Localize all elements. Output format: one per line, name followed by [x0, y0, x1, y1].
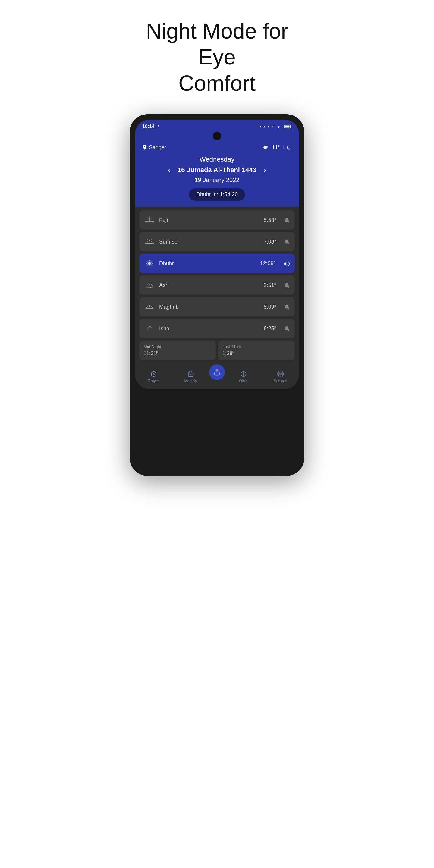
dhuhr-icon: [144, 258, 155, 269]
day-name: Wednesday: [142, 156, 292, 163]
camera-notch: [213, 132, 221, 140]
next-prayer-container: Dhuhr in: 1:54:20: [142, 188, 292, 201]
nav-qibla[interactable]: Qibla: [225, 370, 262, 383]
share-icon: [214, 369, 220, 375]
prayer-time-fajr: 5:53a: [264, 217, 276, 223]
prayer-list: Fajr 5:53a: [135, 207, 299, 366]
maghrib-icon: [144, 301, 155, 312]
prayer-time-asr: 2:51p: [264, 282, 276, 288]
extra-times-row: Mid Night 11:31p Last Third 1:38a: [139, 341, 295, 360]
svg-rect-45: [188, 372, 193, 377]
night-mode-icon: [286, 145, 292, 150]
svg-rect-49: [190, 374, 191, 375]
fajr-icon: [144, 215, 155, 225]
last-third-card: Last Third 1:38a: [218, 341, 295, 360]
prayer-row-maghrib[interactable]: Maghrib 5:09p: [139, 297, 295, 316]
svg-line-30: [147, 265, 148, 266]
prayer-row-dhuhr[interactable]: Dhuhr 12:09p: [139, 254, 295, 273]
svg-line-29: [151, 261, 152, 262]
location-display: Sanger: [142, 144, 166, 151]
prayer-nav-icon: [150, 370, 157, 378]
prayer-name-maghrib: Maghrib: [159, 304, 259, 310]
signal-dots-icon: ● ● ● ●: [260, 125, 274, 128]
qibla-nav-label: Qibla: [239, 379, 247, 383]
svg-line-11: [147, 218, 148, 218]
svg-point-42: [150, 327, 151, 327]
prayer-name-asr: Asr: [159, 282, 259, 288]
svg-line-12: [152, 218, 152, 218]
weather-display: 11° |: [263, 144, 292, 151]
prayer-row-isha[interactable]: Isha 6:25p: [139, 319, 295, 338]
svg-point-0: [278, 127, 279, 128]
settings-nav-label: Settings: [274, 379, 287, 383]
prayer-row-sunrise[interactable]: Sunrise 7:08a: [139, 232, 295, 251]
last-third-time: 1:38a: [222, 350, 290, 356]
nav-monthly[interactable]: Monthly: [172, 370, 209, 383]
status-time: 10:14: [142, 124, 161, 129]
bell-icon-fajr: [284, 217, 290, 224]
weather-icon: [263, 145, 270, 150]
svg-line-27: [147, 261, 148, 262]
last-third-label: Last Third: [222, 344, 290, 349]
bell-icon-isha: [284, 325, 290, 332]
bell-icon-asr: [284, 282, 290, 289]
share-fab-button[interactable]: [209, 364, 225, 380]
phone-shell: 10:14 ● ● ● ●: [130, 114, 304, 476]
temperature: 11°: [272, 144, 280, 151]
prayer-time-dhuhr: 12:09p: [260, 260, 276, 267]
svg-point-33: [149, 284, 153, 287]
svg-point-54: [243, 373, 244, 375]
gregorian-date: 19 January 2022: [142, 177, 292, 184]
svg-rect-3: [290, 126, 291, 127]
nav-settings[interactable]: Settings: [262, 370, 299, 383]
bottom-nav: Prayer Monthly: [135, 366, 299, 389]
page-title: Night Mode for Eye Comfort: [127, 18, 307, 96]
phone-screen: 10:14 ● ● ● ●: [135, 120, 299, 389]
prayer-time-maghrib: 5:09p: [264, 304, 276, 310]
svg-point-22: [148, 262, 151, 265]
prayer-name-dhuhr: Dhuhr: [159, 260, 256, 267]
status-icons: ● ● ● ●: [260, 124, 292, 129]
svg-line-28: [151, 265, 152, 266]
bell-icon-maghrib: [284, 304, 290, 310]
svg-rect-2: [285, 126, 290, 128]
prayer-nav-label: Prayer: [148, 379, 159, 383]
battery-icon: [284, 124, 292, 129]
sunrise-icon: [144, 236, 155, 247]
mid-night-time: 11:31p: [144, 350, 212, 356]
prayer-time-isha: 6:25p: [264, 325, 276, 332]
prayer-name-isha: Isha: [159, 326, 259, 332]
bell-icon-dhuhr: [283, 260, 290, 267]
status-bar: 10:14 ● ● ● ●: [135, 120, 299, 132]
svg-point-15: [149, 240, 150, 241]
isha-icon: [144, 323, 155, 334]
qibla-nav-icon: [240, 370, 247, 378]
nav-icon: [156, 124, 161, 129]
svg-marker-31: [284, 262, 286, 266]
svg-line-17: [147, 239, 148, 240]
prayer-time-sunrise: 7:08a: [264, 239, 276, 245]
svg-point-36: [149, 305, 150, 307]
svg-line-18: [151, 239, 152, 240]
location-row: Sanger 11° |: [142, 144, 292, 151]
location-name: Sanger: [149, 144, 166, 151]
prayer-name-fajr: Fajr: [159, 217, 259, 223]
prev-day-button[interactable]: ‹: [165, 164, 173, 176]
app-header: Sanger 11° |: [135, 141, 299, 207]
monthly-nav-label: Monthly: [184, 379, 197, 383]
nav-prayer[interactable]: Prayer: [135, 370, 172, 383]
wifi-icon: [276, 124, 281, 129]
prayer-row-fajr[interactable]: Fajr 5:53a: [139, 210, 295, 230]
prayer-row-asr[interactable]: Asr 2:51p: [139, 276, 295, 295]
hijri-date: 16 Jumada Al-Thani 1443: [178, 166, 256, 174]
bell-icon-sunrise: [284, 239, 290, 245]
date-nav: ‹ 16 Jumada Al-Thani 1443 ›: [142, 164, 292, 176]
date-section: Wednesday ‹ 16 Jumada Al-Thani 1443 › 19…: [142, 156, 292, 184]
svg-point-6: [288, 146, 291, 149]
next-prayer-badge: Dhuhr in: 1:54:20: [189, 188, 245, 201]
prayer-name-sunrise: Sunrise: [159, 239, 259, 245]
notch-area: [135, 132, 299, 141]
svg-point-41: [151, 327, 152, 328]
next-day-button[interactable]: ›: [261, 164, 269, 176]
settings-nav-icon: [277, 370, 284, 378]
